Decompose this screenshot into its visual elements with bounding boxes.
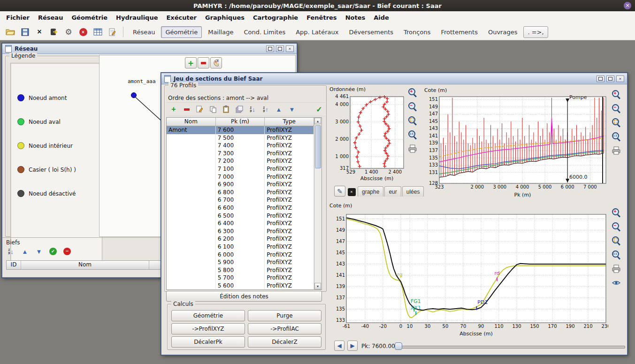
table-row[interactable]: 5 600 ProfilXYZ xyxy=(167,282,314,289)
menu-item[interactable]: Notes xyxy=(341,13,370,23)
zoom-reset-icon[interactable]: 1:1 xyxy=(407,129,418,140)
menu-item[interactable]: Géométrie xyxy=(67,13,112,23)
gear-icon[interactable]: ⚙ xyxy=(63,26,74,38)
table-row[interactable]: 6 700 ProfilXYZ xyxy=(167,196,314,204)
table-row[interactable]: 7 000 ProfilXYZ xyxy=(167,173,314,181)
previous-profile-button[interactable]: ◀ xyxy=(334,341,344,351)
biefs-column-header[interactable]: ID xyxy=(7,261,21,269)
maximize-window-button[interactable] xyxy=(276,46,284,52)
toolbar-mode-button[interactable]: Cond. Limites xyxy=(239,26,290,38)
zoom-in-icon[interactable]: + xyxy=(407,87,418,98)
zoom-out-icon[interactable]: − xyxy=(407,101,418,112)
clear-icon[interactable]: × xyxy=(347,187,356,197)
toolbar-mode-button[interactable]: Géométrie xyxy=(161,26,202,38)
app-close-button[interactable]: × xyxy=(624,2,631,9)
stop-icon[interactable]: × xyxy=(77,26,89,38)
sort-descending-icon[interactable]: 19↓ xyxy=(248,105,257,114)
biefs-column-header[interactable]: Nom xyxy=(21,261,149,269)
table-row[interactable]: 5 800 ProfilXYZ xyxy=(167,266,314,274)
calcul-button[interactable]: Géométrie xyxy=(171,310,245,321)
column-header[interactable]: Type xyxy=(265,118,314,126)
move-down-icon[interactable]: ▼ xyxy=(34,247,44,256)
menu-item[interactable]: Fenêtres xyxy=(302,13,341,23)
plot-tab[interactable]: eur xyxy=(384,186,401,197)
add-profile-icon[interactable]: + xyxy=(169,105,178,114)
paste-icon[interactable] xyxy=(222,105,231,114)
save-icon[interactable] xyxy=(19,26,31,38)
cross-section-chart[interactable]: 151149147145143141139137135133-61-40-200… xyxy=(329,202,608,337)
zoom-reset-icon[interactable]: 1:1 xyxy=(611,131,621,142)
upstream-node[interactable] xyxy=(131,93,137,98)
move-up-icon[interactable]: ▲ xyxy=(20,247,30,256)
table-row[interactable]: 6 600 ProfilXYZ xyxy=(167,204,314,212)
zoom-out-icon[interactable]: − xyxy=(611,221,621,232)
next-profile-button[interactable]: ▶ xyxy=(347,341,358,351)
move-down-icon[interactable]: ▼ xyxy=(287,105,297,114)
draw-pencil-icon[interactable]: ✎ xyxy=(334,186,345,197)
table-row[interactable]: Amont 7 600 ProfilXYZ xyxy=(167,126,314,134)
table-row[interactable]: 7 100 ProfilXYZ xyxy=(167,165,314,173)
enable-bief-icon[interactable]: ✓ xyxy=(48,247,58,256)
edit-notes-icon[interactable] xyxy=(107,26,118,38)
toolbar-mode-button[interactable]: . =>, xyxy=(523,26,548,38)
menu-item[interactable]: Hydraulique xyxy=(112,13,162,23)
column-header[interactable]: Pk (m) xyxy=(216,118,265,126)
calcul-button[interactable]: Purge xyxy=(248,310,321,321)
add-node-button[interactable]: + xyxy=(185,57,197,68)
table-row[interactable]: 7 300 ProfilXYZ xyxy=(167,150,314,158)
calcul-button[interactable]: DécalerZ xyxy=(248,336,321,348)
column-header[interactable]: Nom xyxy=(167,118,216,126)
restore-window-button[interactable] xyxy=(266,46,274,52)
close-window-button[interactable]: × xyxy=(286,46,294,52)
table-row[interactable]: 7 500 ProfilXYZ xyxy=(167,134,314,142)
table-row[interactable]: 6 300 ProfilXYZ xyxy=(167,228,314,235)
toolbar-mode-button[interactable]: Ouvrages xyxy=(484,26,522,38)
close-window-button[interactable]: × xyxy=(616,76,624,82)
menu-item[interactable]: Graphiques xyxy=(201,13,249,23)
reseau-window-titlebar[interactable]: Réseau × xyxy=(2,44,297,54)
menu-item[interactable]: Exécuter xyxy=(162,13,201,23)
scroll-down-icon[interactable]: ▼ xyxy=(314,283,321,289)
zoom-in-icon[interactable]: + xyxy=(611,89,621,99)
table-row[interactable]: 5 700 ProfilXYZ xyxy=(167,274,314,282)
visibility-eye-icon[interactable] xyxy=(611,278,621,288)
plot-tab[interactable]: graphe xyxy=(358,186,383,197)
table-row[interactable]: 6 900 ProfilXYZ xyxy=(167,181,314,189)
validate-icon[interactable]: ✓ xyxy=(314,105,324,114)
zoom-window-icon[interactable] xyxy=(611,117,621,128)
zoom-reset-icon[interactable]: 1:1 xyxy=(611,250,621,260)
palette-icon[interactable] xyxy=(210,57,222,68)
close-model-icon[interactable]: × xyxy=(34,26,45,38)
delete-bief-icon[interactable]: − xyxy=(62,247,72,256)
print-icon[interactable] xyxy=(407,144,418,154)
table-scrollbar[interactable]: ▲ ▼ xyxy=(314,118,321,289)
table-row[interactable]: 6 800 ProfilXYZ xyxy=(167,189,314,197)
plot-tab[interactable]: ulées xyxy=(402,186,424,197)
toolbar-mode-button[interactable]: Tronçons xyxy=(399,26,435,38)
table-row[interactable]: 6 100 ProfilXYZ xyxy=(167,243,314,251)
remove-profile-icon[interactable] xyxy=(182,105,191,114)
print-icon[interactable] xyxy=(611,145,621,156)
edit-profile-icon[interactable] xyxy=(195,105,205,114)
menu-item[interactable]: Aide xyxy=(369,13,393,23)
zoom-in-icon[interactable]: + xyxy=(611,207,621,218)
copy-icon[interactable] xyxy=(208,105,218,114)
move-up-icon[interactable]: ▲ xyxy=(274,105,283,114)
pk-slider-thumb[interactable] xyxy=(395,342,402,350)
restore-window-button[interactable] xyxy=(597,76,604,82)
table-row[interactable]: 6 200 ProfilXYZ xyxy=(167,235,314,243)
pk-slider-track[interactable] xyxy=(397,346,625,349)
calcul-button[interactable]: ->ProfilAC xyxy=(248,323,321,334)
zoom-out-icon[interactable]: − xyxy=(611,103,621,114)
table-row[interactable]: 6 400 ProfilXYZ xyxy=(167,220,314,228)
table-row[interactable]: 7 400 ProfilXYZ xyxy=(167,142,314,150)
remove-node-button[interactable] xyxy=(198,57,209,68)
table-row[interactable]: 7 200 ProfilXYZ xyxy=(167,157,314,165)
longitudinal-profile-chart[interactable]: 1511491471451431411391371351331311283232… xyxy=(423,86,608,198)
table-row[interactable]: 6 000 ProfilXYZ xyxy=(167,251,314,259)
duplicate-icon[interactable] xyxy=(235,105,244,114)
maximize-window-button[interactable] xyxy=(606,76,614,82)
toolbar-mode-button[interactable]: Maillage xyxy=(204,26,237,38)
zoom-window-icon[interactable] xyxy=(407,115,418,126)
scrollbar-thumb[interactable] xyxy=(315,125,321,168)
